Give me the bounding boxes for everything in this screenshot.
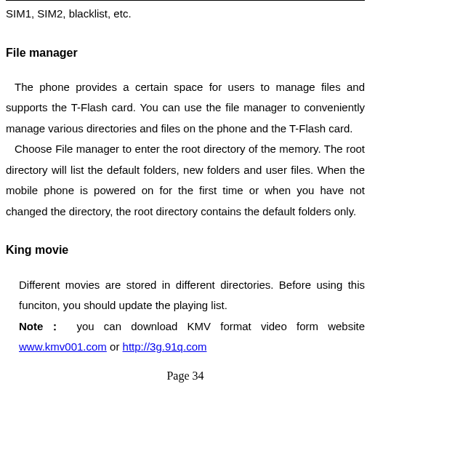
note-label: Note：: [19, 320, 67, 332]
link-3g91q[interactable]: http://3g.91q.com: [123, 340, 207, 353]
document-page: SIM1, SIM2, blacklist, etc. File manager…: [0, 0, 371, 387]
mid-text: or: [107, 340, 123, 353]
king-movie-para1: Different movies are stored in different…: [19, 275, 365, 316]
heading-king-movie: King movie: [6, 239, 365, 261]
king-movie-note: Note： you can download KMV format video …: [19, 316, 365, 358]
king-movie-block: Different movies are stored in different…: [6, 275, 365, 358]
continued-text: SIM1, SIM2, blacklist, etc.: [6, 4, 365, 25]
page-number: Page 34: [6, 365, 365, 387]
heading-file-manager: File manager: [6, 42, 365, 64]
link-kmv001[interactable]: www.kmv001.com: [19, 340, 107, 353]
file-manager-para1: The phone provides a certain space for u…: [6, 77, 365, 140]
file-manager-para2: Choose File manager to enter the root di…: [6, 139, 365, 222]
note-text: you can download KMV format video form w…: [67, 320, 365, 332]
